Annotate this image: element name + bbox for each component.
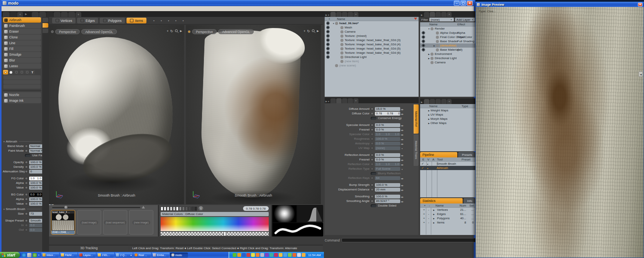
taskbar-window-button[interactable]: Layou... bbox=[78, 253, 96, 258]
tool-button[interactable]: Fill bbox=[3, 46, 41, 51]
expand-plus-icon[interactable]: + bbox=[422, 208, 426, 212]
shader-tree-header[interactable]: NameEffect bbox=[420, 22, 476, 26]
tool-button[interactable]: Lasso bbox=[3, 63, 41, 69]
section-header[interactable]: Airbrush bbox=[3, 140, 41, 143]
viewport-view-pill[interactable]: Perspective bbox=[192, 29, 217, 34]
shader-row[interactable]: Base Shader Full Shading bbox=[420, 39, 476, 43]
spinner-icon[interactable] bbox=[400, 142, 404, 146]
add-panel-tab-button[interactable]: + bbox=[447, 99, 452, 104]
pipeline-tab[interactable]: Pipeline bbox=[420, 152, 457, 157]
zoom-icon[interactable] bbox=[312, 29, 315, 33]
shader-row[interactable]: Camera bbox=[420, 60, 476, 64]
saturation-button[interactable]: S bbox=[199, 206, 203, 211]
brush-tip-option-icon[interactable] bbox=[25, 70, 30, 74]
channel-dot-icon[interactable] bbox=[371, 142, 374, 145]
shader-row[interactable]: Alpha Output Alpha bbox=[420, 31, 476, 35]
checkbox[interactable] bbox=[371, 172, 376, 175]
close-button[interactable]: ✕ bbox=[467, 1, 473, 6]
panel-tab[interactable] bbox=[424, 99, 429, 104]
spinner-icon[interactable] bbox=[400, 123, 404, 127]
tool-button[interactable]: Line bbox=[3, 40, 41, 46]
tray-icon[interactable] bbox=[274, 253, 278, 257]
checkbox[interactable] bbox=[371, 204, 376, 207]
group-dropdown-icon[interactable]: ▾ bbox=[130, 254, 131, 256]
quick-launch-overflow[interactable]: » bbox=[38, 253, 39, 257]
layout-tab[interactable] bbox=[46, 12, 53, 17]
item-row[interactable]: Texture: Image: head_bake_final_02d (6) bbox=[325, 51, 419, 55]
statistics-row[interactable]: + - ▶ Edges 61... ... bbox=[420, 212, 476, 216]
expand-arrow-icon[interactable]: ▼ bbox=[427, 28, 430, 30]
toolbar-dropdown[interactable] bbox=[180, 18, 186, 23]
pin-icon[interactable]: + bbox=[327, 17, 332, 21]
property-field[interactable]: 64 bbox=[375, 176, 400, 180]
channel-dot-icon[interactable] bbox=[25, 198, 28, 201]
channel-dot-icon[interactable] bbox=[371, 177, 374, 180]
viewport-left[interactable]: Perspective Advanced OpenGL + ↻ ▶ Smooth… bbox=[49, 25, 184, 204]
brush-command-button[interactable] bbox=[3, 84, 41, 89]
taskbar-window-button[interactable]: 2 Q... ▾ bbox=[115, 253, 133, 258]
thumbnail-size-slider[interactable] bbox=[52, 207, 140, 208]
value-slider[interactable] bbox=[161, 232, 269, 236]
toolbar-dropdown[interactable] bbox=[158, 18, 164, 23]
panel-tab[interactable] bbox=[330, 98, 336, 103]
add-layer-dropdown[interactable]: Add Layer bbox=[455, 18, 475, 22]
tray-icon[interactable] bbox=[279, 253, 283, 257]
quick-launch-icon[interactable] bbox=[22, 253, 26, 257]
spinner-icon[interactable] bbox=[400, 183, 404, 187]
collapse-minus-icon[interactable]: - bbox=[426, 217, 431, 220]
channel-dot-icon[interactable] bbox=[25, 165, 28, 169]
tray-icon[interactable] bbox=[265, 253, 269, 257]
statistics-tab[interactable]: Statistics bbox=[420, 198, 463, 203]
channel-dot-icon[interactable] bbox=[371, 112, 374, 115]
viewport-menu-dot[interactable] bbox=[51, 30, 54, 33]
viewport-menu-dot[interactable] bbox=[188, 30, 191, 33]
panel-tab[interactable] bbox=[441, 12, 447, 17]
brush-tip-option-icon[interactable] bbox=[14, 70, 19, 74]
property-field[interactable]: 1.0 1.0 1.0 bbox=[375, 132, 400, 136]
image-thumbnail-selected[interactable]: head_bake_fi ... 2048 x 2048, ... bbox=[51, 210, 75, 235]
collapse-minus-icon[interactable]: - bbox=[426, 221, 431, 224]
tray-icon[interactable] bbox=[302, 253, 306, 257]
panel-tab[interactable] bbox=[336, 12, 342, 17]
shader-row[interactable]: Final Color Output Final Color bbox=[420, 35, 476, 39]
color-swatch[interactable] bbox=[164, 207, 166, 211]
selection-mode-button[interactable]: Vertices bbox=[52, 18, 76, 23]
layout-tab[interactable] bbox=[10, 12, 17, 17]
item-row[interactable]: Mesh bbox=[325, 25, 419, 30]
channel-dot-icon[interactable] bbox=[25, 224, 28, 227]
statistics-row[interactable]: + - ▶ Vertices 21... ... bbox=[420, 208, 476, 212]
channel-dot-icon[interactable] bbox=[25, 202, 28, 205]
expand-arrow-icon[interactable]: ▶ bbox=[432, 217, 435, 220]
zoom-icon[interactable] bbox=[175, 29, 179, 33]
rotate-icon[interactable]: ↻ bbox=[170, 29, 173, 33]
toolbar-dropdown[interactable] bbox=[151, 18, 157, 23]
shader-row[interactable]: ▶ Directional Light bbox=[420, 56, 476, 60]
visibility-eye-icon[interactable] bbox=[326, 51, 330, 55]
filter-funnel-icon[interactable] bbox=[414, 18, 417, 20]
brush-tip-dot-icon[interactable] bbox=[3, 70, 8, 74]
item-row[interactable]: (new scene) bbox=[325, 63, 419, 68]
visibility-eye-icon[interactable] bbox=[326, 47, 330, 50]
expand-arrow-icon[interactable]: ▶ bbox=[432, 209, 435, 211]
property-field[interactable]: 1.0 1.0 1.0 bbox=[375, 162, 400, 166]
tray-icon[interactable] bbox=[256, 253, 260, 257]
taskbar-window-button[interactable]: J:\EL... bbox=[97, 253, 114, 258]
tray-icon[interactable] bbox=[237, 253, 241, 257]
viewport-right[interactable]: Perspective Advanced OpenGL + ↻ ▶ Smooth… bbox=[186, 25, 321, 204]
pan-icon[interactable]: + bbox=[167, 29, 169, 33]
pipeline-row[interactable]: ✓ ● Airbrush bbox=[420, 166, 476, 170]
viewport-view-pill[interactable]: Perspective bbox=[55, 29, 80, 34]
property-field[interactable]: 0.0 % bbox=[375, 142, 400, 146]
spinner-icon[interactable] bbox=[400, 146, 404, 150]
map-list-row[interactable]: ▶ Weight Maps bbox=[420, 108, 476, 112]
shader-row[interactable]: ▶ Environment bbox=[420, 52, 476, 56]
property-field[interactable]: 0.0 % bbox=[375, 153, 400, 157]
color-swatch[interactable] bbox=[182, 207, 185, 211]
visibility-eye-icon[interactable] bbox=[326, 30, 330, 33]
enable-check-icon[interactable]: ✓ bbox=[420, 162, 425, 165]
toolbar-dropdown[interactable] bbox=[165, 18, 172, 23]
visible-dot-icon[interactable]: ● bbox=[425, 167, 430, 169]
lists-header[interactable]: NameType bbox=[420, 104, 476, 108]
shader-row[interactable]: ▼ Render bbox=[420, 26, 476, 31]
item-row[interactable]: Texture: Image: head_bake_final_02d (4) bbox=[325, 42, 419, 46]
